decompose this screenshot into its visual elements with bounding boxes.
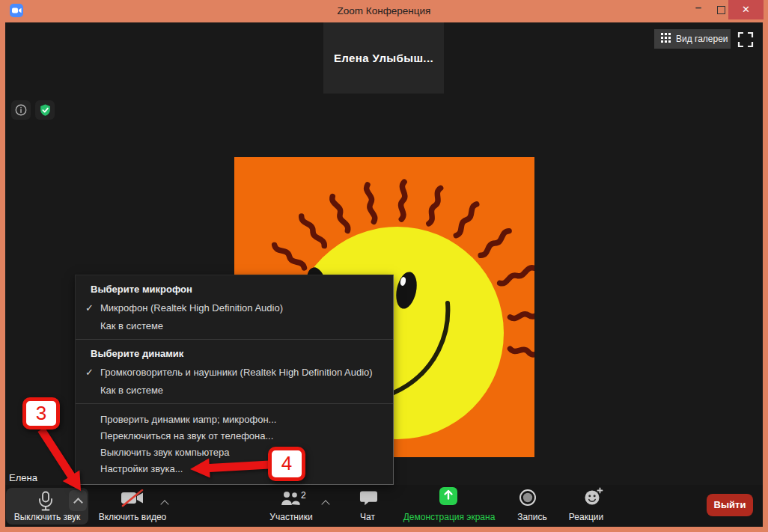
self-view-name: Елена (9, 472, 37, 483)
menu-item-audio-settings[interactable]: Настройки звука... (76, 462, 393, 478)
start-video-button[interactable] (120, 489, 145, 510)
gallery-view-button[interactable]: Вид галереи (654, 29, 731, 49)
mute-audio-button[interactable]: Выключить звук (6, 488, 88, 525)
menu-header-microphone: Выберите микрофон (91, 284, 192, 295)
fullscreen-icon[interactable] (737, 31, 755, 49)
chevron-up-icon (73, 498, 83, 507)
record-button[interactable] (519, 489, 537, 510)
grid-icon (661, 32, 671, 46)
participants-button[interactable] (280, 490, 301, 510)
chevron-up-icon (321, 500, 329, 508)
video-options-chevron[interactable] (162, 497, 168, 510)
menu-item-speaker-same-as-system[interactable]: Как в системе (76, 383, 393, 400)
menu-separator (76, 339, 393, 340)
audio-options-chevron-button[interactable] (69, 490, 87, 511)
annotation-step-3: 3 (22, 397, 60, 429)
encryption-shield-icon[interactable] (35, 100, 55, 120)
menu-item-speaker-device[interactable]: ✓ Громкоговоритель и наушники (Realtek H… (76, 365, 393, 382)
check-icon: ✓ (85, 367, 97, 378)
titlebar: Zoom Конференция – ✕ (0, 0, 768, 22)
check-icon: ✓ (85, 302, 97, 314)
chevron-up-icon (160, 500, 168, 508)
minimize-button[interactable]: – (687, 0, 710, 19)
leave-meeting-button[interactable]: Выйти (707, 494, 753, 516)
menu-item-test-speaker-mic[interactable]: Проверить динамик иamp; микрофон... (76, 412, 393, 429)
zoom-window: Zoom Конференция – ✕ Елена Улыбыш... Вид… (0, 0, 768, 532)
share-screen-button[interactable] (439, 487, 457, 505)
reactions-label: Реакции (541, 512, 631, 522)
start-video-label: Включить видео (88, 512, 177, 522)
participants-options-chevron[interactable] (323, 497, 329, 510)
menu-item-switch-to-phone-audio[interactable]: Переключиться на звук от телефона... (76, 429, 393, 445)
participant-name: Елена Улыбыш... (334, 52, 433, 64)
audio-options-menu: Выберите микрофон ✓ Микрофон (Realtek Hi… (75, 275, 394, 485)
mute-audio-label: Выключить звук (6, 512, 88, 522)
share-arrow-icon (442, 489, 454, 504)
menu-item-microphone-device[interactable]: ✓ Микрофон (Realtek High Definition Audi… (76, 301, 393, 317)
menu-item-mic-same-as-system[interactable]: Как в системе (76, 319, 393, 335)
menu-separator (76, 403, 393, 404)
participants-count: 2 (301, 490, 306, 501)
chat-button[interactable] (359, 490, 378, 510)
maximize-icon (717, 6, 725, 14)
menu-item-leave-computer-audio[interactable]: Выключить звук компьютера (76, 445, 393, 462)
info-icon[interactable] (11, 100, 31, 120)
window-title: Zoom Конференция (0, 5, 768, 16)
participant-tile[interactable]: Елена Улыбыш... (323, 22, 444, 94)
reactions-button[interactable] (584, 487, 603, 509)
menu-header-speaker: Выберите динамик (91, 348, 183, 359)
close-button[interactable]: ✕ (728, 0, 764, 19)
gallery-view-label: Вид галереи (676, 34, 728, 44)
annotation-step-4: 4 (268, 447, 305, 481)
